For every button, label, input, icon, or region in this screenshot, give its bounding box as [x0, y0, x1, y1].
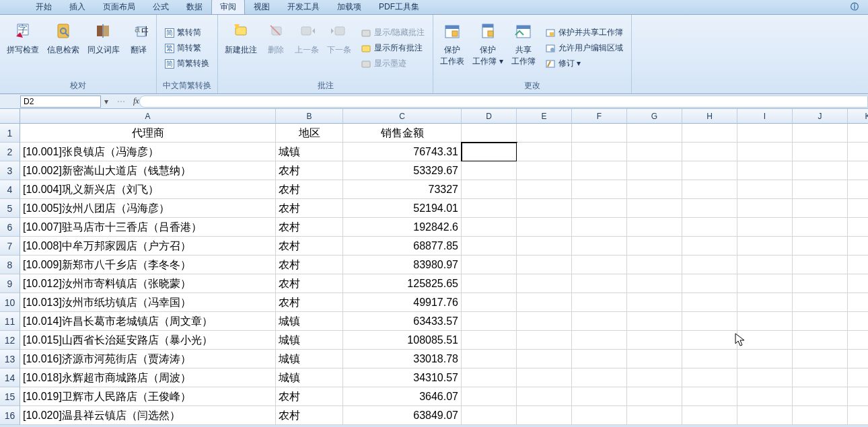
- name-box-dropdown[interactable]: ▾: [101, 97, 112, 106]
- cell-I6[interactable]: [737, 218, 793, 237]
- cell-I14[interactable]: [737, 368, 793, 387]
- cell-H11[interactable]: [682, 312, 737, 331]
- tab-开发工具[interactable]: 开发工具: [279, 0, 328, 14]
- cell-B7[interactable]: 农村: [276, 237, 343, 256]
- cell-D1[interactable]: [462, 124, 517, 143]
- cell-B4[interactable]: 农村: [276, 180, 343, 199]
- cell-B13[interactable]: 城镇: [276, 350, 343, 368]
- cell-D7[interactable]: [462, 237, 517, 256]
- cell-J10[interactable]: [793, 293, 848, 312]
- cell-I2[interactable]: [737, 143, 793, 161]
- cell-B5[interactable]: 农村: [276, 199, 343, 218]
- cell-K2[interactable]: [848, 143, 868, 161]
- cell-G3[interactable]: [627, 161, 682, 180]
- cell-G15[interactable]: [627, 387, 682, 406]
- cell-K3[interactable]: [848, 161, 868, 180]
- cell-J5[interactable]: [793, 199, 848, 218]
- cell-D8[interactable]: [462, 256, 517, 274]
- cell-C9[interactable]: 125825.65: [343, 274, 462, 293]
- cell-H2[interactable]: [682, 143, 737, 161]
- cell-D5[interactable]: [462, 199, 517, 218]
- cell-A7[interactable]: [10.008]中牟万邦家园店（户方召）: [20, 237, 276, 256]
- column-header-H[interactable]: H: [682, 109, 737, 124]
- cell-A2[interactable]: [10.001]张良镇店（冯海彦）: [20, 143, 276, 161]
- cell-K6[interactable]: [848, 218, 868, 237]
- cell-G12[interactable]: [627, 331, 682, 350]
- cell-C5[interactable]: 52194.01: [343, 199, 462, 218]
- row-header-6[interactable]: 6: [0, 218, 20, 237]
- column-header-K[interactable]: K: [848, 109, 868, 124]
- cell-A9[interactable]: [10.012]汝州市寄料镇店（张晓蒙）: [20, 274, 276, 293]
- cell-D15[interactable]: [462, 387, 517, 406]
- cell-J14[interactable]: [793, 368, 848, 387]
- cell-F8[interactable]: [572, 256, 627, 274]
- tab-数据[interactable]: 数据: [178, 0, 211, 14]
- column-header-J[interactable]: J: [793, 109, 848, 124]
- cell-K8[interactable]: [848, 256, 868, 274]
- cell-A11[interactable]: [10.014]许昌长葛市老城镇店（周文章）: [20, 312, 276, 331]
- formula-input[interactable]: [139, 95, 868, 108]
- cell-C6[interactable]: 192842.6: [343, 218, 462, 237]
- cell-D16[interactable]: [462, 406, 517, 425]
- tab-PDF工具集[interactable]: PDF工具集: [370, 0, 428, 14]
- cell-E2[interactable]: [517, 143, 572, 161]
- grid[interactable]: ABCDEFGHIJK1代理商地区销售金额2[10.001]张良镇店（冯海彦）城…: [0, 109, 868, 427]
- cell-B1[interactable]: 地区: [276, 124, 343, 143]
- protect-sheet-button[interactable]: 保护工作表: [436, 17, 468, 79]
- cell-E5[interactable]: [517, 199, 572, 218]
- column-header-I[interactable]: I: [737, 109, 793, 124]
- column-header-F[interactable]: F: [572, 109, 627, 124]
- cell-H12[interactable]: [682, 331, 737, 350]
- name-box[interactable]: D2: [20, 95, 101, 108]
- translate-button[interactable]: a中翻译: [124, 17, 153, 79]
- cell-E10[interactable]: [517, 293, 572, 312]
- cell-A3[interactable]: [10.002]新密嵩山大道店（钱慧纳）: [20, 161, 276, 180]
- cell-F14[interactable]: [572, 368, 627, 387]
- select-all-corner[interactable]: [0, 109, 20, 124]
- cell-F15[interactable]: [572, 387, 627, 406]
- row-header-13[interactable]: 13: [0, 350, 20, 368]
- allow-edit-ranges-button[interactable]: 允许用户编辑区域: [542, 41, 626, 55]
- row-header-5[interactable]: 5: [0, 199, 20, 218]
- share-workbook-button[interactable]: 共享工作簿: [507, 17, 540, 79]
- cell-F5[interactable]: [572, 199, 627, 218]
- cell-K7[interactable]: [848, 237, 868, 256]
- cell-H15[interactable]: [682, 387, 737, 406]
- cell-G6[interactable]: [627, 218, 682, 237]
- cell-D4[interactable]: [462, 180, 517, 199]
- cell-G10[interactable]: [627, 293, 682, 312]
- cell-F6[interactable]: [572, 218, 627, 237]
- cell-F3[interactable]: [572, 161, 627, 180]
- cell-B16[interactable]: 农村: [276, 406, 343, 425]
- cell-A4[interactable]: [10.004]巩义新兴店（刘飞）: [20, 180, 276, 199]
- column-header-B[interactable]: B: [276, 109, 343, 124]
- cell-B12[interactable]: 城镇: [276, 331, 343, 350]
- cell-G5[interactable]: [627, 199, 682, 218]
- cell-G13[interactable]: [627, 350, 682, 368]
- cell-I1[interactable]: [737, 124, 793, 143]
- new-comment-button[interactable]: 新建批注: [221, 17, 261, 79]
- cell-K11[interactable]: [848, 312, 868, 331]
- cell-B11[interactable]: 城镇: [276, 312, 343, 331]
- st-conv-button[interactable]: 简简繁转换: [162, 56, 212, 71]
- cell-H13[interactable]: [682, 350, 737, 368]
- tab-视图[interactable]: 视图: [245, 0, 279, 14]
- cell-J3[interactable]: [793, 161, 848, 180]
- tab-页面布局[interactable]: 页面布局: [94, 0, 144, 14]
- cell-G7[interactable]: [627, 237, 682, 256]
- cell-B9[interactable]: 农村: [276, 274, 343, 293]
- row-header-10[interactable]: 10: [0, 293, 20, 312]
- cell-K5[interactable]: [848, 199, 868, 218]
- cell-I7[interactable]: [737, 237, 793, 256]
- row-header-1[interactable]: 1: [0, 124, 20, 143]
- cell-B6[interactable]: 农村: [276, 218, 343, 237]
- cell-F2[interactable]: [572, 143, 627, 161]
- cell-E6[interactable]: [517, 218, 572, 237]
- show-all-comments-button[interactable]: 显示所有批注: [358, 41, 427, 55]
- cell-E1[interactable]: [517, 124, 572, 143]
- cell-G14[interactable]: [627, 368, 682, 387]
- cell-D12[interactable]: [462, 331, 517, 350]
- cell-F13[interactable]: [572, 350, 627, 368]
- cell-H4[interactable]: [682, 180, 737, 199]
- cell-A15[interactable]: [10.019]卫辉市人民路店（王俊峰）: [20, 387, 276, 406]
